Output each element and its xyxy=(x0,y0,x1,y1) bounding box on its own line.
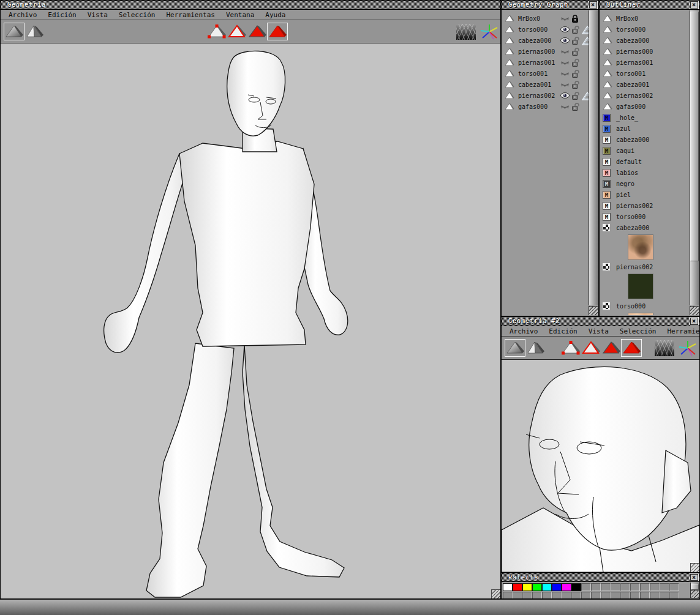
outliner-scrollbar-thumb[interactable] xyxy=(690,12,699,261)
palette-swatch-empty[interactable] xyxy=(620,592,630,599)
visibility-eye-closed-icon[interactable] xyxy=(560,81,570,88)
palette-swatch-empty[interactable] xyxy=(660,583,669,591)
palette-swatch-empty[interactable] xyxy=(630,583,640,591)
geometry-graph-row[interactable]: MrBox0 xyxy=(502,13,589,24)
palette-swatch-empty[interactable] xyxy=(591,583,601,591)
outliner-object-row[interactable]: cabeza000 xyxy=(600,35,690,47)
titlebar-geometry-graph[interactable]: Geometry Graph × xyxy=(502,1,598,10)
titlebar-outliner[interactable]: Outliner × xyxy=(600,1,699,10)
vertex-mode-pyramid-button[interactable] xyxy=(561,340,581,356)
palette-swatch-empty[interactable] xyxy=(660,592,669,599)
geometry-graph-row[interactable]: cabeza001 xyxy=(502,80,589,91)
palette-swatch-empty[interactable] xyxy=(532,592,542,599)
menu-edicin[interactable]: Edición xyxy=(543,327,582,336)
palette-swatch-empty[interactable] xyxy=(591,592,601,599)
palette-swatch-empty[interactable] xyxy=(620,583,630,591)
menu-vista[interactable]: Vista xyxy=(583,327,614,336)
menu-archivo[interactable]: Archivo xyxy=(3,10,42,20)
outliner-material-row[interactable]: Mtorso000 xyxy=(600,212,690,223)
outliner-material-row[interactable]: Mpiernas002 xyxy=(600,201,690,212)
axes-cross-button[interactable] xyxy=(677,340,697,356)
palette-swatch-color[interactable] xyxy=(522,583,532,591)
wireframe-model-body[interactable] xyxy=(1,43,500,598)
palette-swatch-empty[interactable] xyxy=(562,592,571,599)
outliner-material-row[interactable]: Mazul xyxy=(600,124,690,135)
palette-swatch-empty[interactable] xyxy=(640,583,650,591)
outliner-material-row[interactable]: Mlabios xyxy=(600,168,690,179)
outliner-material-row[interactable]: Mpiel xyxy=(600,190,690,201)
outliner-texture-row[interactable]: torso000 xyxy=(600,301,690,312)
menu-ventana[interactable]: Ventana xyxy=(220,10,260,20)
viewport-geometria[interactable] xyxy=(1,43,500,598)
menu-herramientas[interactable]: Herramientas xyxy=(160,10,220,20)
menu-seleccin[interactable]: Selección xyxy=(614,327,662,336)
palette-swatch-empty[interactable] xyxy=(650,583,660,591)
outliner-material-row[interactable]: Mcabeza000 xyxy=(600,135,690,146)
geometry-graph-resize-grip[interactable] xyxy=(589,306,598,315)
flat-shaded-pyramid-button[interactable] xyxy=(25,23,45,40)
palette-scrollbar-thumb[interactable] xyxy=(691,584,699,590)
palette-swatch-empty[interactable] xyxy=(611,583,620,591)
geometry-graph-scrollbar[interactable] xyxy=(589,10,598,305)
lock-unlocked-icon[interactable] xyxy=(571,92,580,100)
outliner-texture-row[interactable]: cabeza000 xyxy=(600,223,690,234)
palette-swatch-empty[interactable] xyxy=(601,592,611,599)
palette-swatch-color[interactable] xyxy=(503,583,513,591)
outliner-object-row[interactable]: piernas001 xyxy=(600,58,690,69)
titlebar-palette[interactable]: Palette × xyxy=(502,573,699,582)
face-mode-pyramid-button[interactable] xyxy=(247,23,267,40)
lock-unlocked-icon[interactable] xyxy=(571,26,580,34)
menu-herramientas[interactable]: Herramientas xyxy=(661,327,699,336)
close-icon[interactable]: × xyxy=(589,1,597,9)
geometry-graph-row[interactable]: gafas000 xyxy=(502,102,589,113)
outliner-object-row[interactable]: torso001 xyxy=(600,69,690,80)
outliner-object-row[interactable]: piernas002 xyxy=(600,91,690,102)
lock-unlocked-icon[interactable] xyxy=(571,70,580,78)
wireframe-model-head[interactable] xyxy=(502,360,699,572)
geometry-graph-row[interactable]: piernas001 xyxy=(502,58,589,69)
palette-swatch-color[interactable] xyxy=(552,583,562,591)
outliner-material-row[interactable]: Mcaqui xyxy=(600,146,690,157)
outliner-material-row[interactable]: Mdefault xyxy=(600,157,690,168)
palette-swatch-empty[interactable] xyxy=(571,592,581,599)
outliner-scrollbar[interactable] xyxy=(690,10,699,305)
titlebar-geometria-2[interactable]: Geometria #2 × xyxy=(502,317,699,326)
wireframe-toggle-icon[interactable] xyxy=(582,92,589,100)
texture-thumbnail-torso000[interactable] xyxy=(628,313,653,315)
palette-swatch-empty[interactable] xyxy=(513,592,522,599)
visibility-eye-open-icon[interactable] xyxy=(560,37,570,43)
palette-swatch-empty[interactable] xyxy=(669,583,679,591)
outliner-object-row[interactable]: torso000 xyxy=(600,24,690,35)
palette-swatch-empty[interactable] xyxy=(650,592,660,599)
palette-swatch-empty[interactable] xyxy=(522,592,532,599)
outliner-object-row[interactable]: gafas000 xyxy=(600,102,690,113)
close-icon[interactable]: × xyxy=(690,574,698,581)
lock-unlocked-icon[interactable] xyxy=(571,81,580,89)
visibility-eye-closed-icon[interactable] xyxy=(560,70,570,76)
palette-swatch-color[interactable] xyxy=(513,583,522,591)
geometry-graph-row[interactable]: torso000 xyxy=(502,24,589,35)
menu-seleccin[interactable]: Selección xyxy=(113,10,161,20)
palette-swatch-color[interactable] xyxy=(542,583,552,591)
outliner-material-row[interactable]: Mnegro xyxy=(600,179,690,190)
palette-resize-grip[interactable] xyxy=(690,590,699,598)
body-mode-pyramid-button[interactable] xyxy=(268,23,287,40)
palette-swatch-empty[interactable] xyxy=(542,592,552,599)
ground-plane-grid-button[interactable] xyxy=(655,340,674,356)
viewport2-resize-grip[interactable] xyxy=(690,563,699,572)
wireframe-toggle-icon[interactable] xyxy=(582,26,589,34)
ground-plane-grid-button[interactable] xyxy=(456,23,476,40)
palette-swatch-color[interactable] xyxy=(571,583,581,591)
vertex-mode-pyramid-button[interactable] xyxy=(207,23,227,40)
palette-swatch-empty[interactable] xyxy=(630,592,640,599)
lock-locked-icon[interactable] xyxy=(571,15,579,23)
texture-thumbnail-piernas002[interactable] xyxy=(628,274,653,299)
close-icon[interactable]: × xyxy=(690,1,698,9)
smooth-shaded-pyramid-button[interactable] xyxy=(4,23,24,40)
edge-mode-pyramid-button[interactable] xyxy=(581,340,601,356)
visibility-eye-open-icon[interactable] xyxy=(560,92,570,99)
palette-swatch-empty[interactable] xyxy=(581,592,591,599)
outliner-material-row[interactable]: M_hole_ xyxy=(600,113,690,124)
flat-shaded-pyramid-button[interactable] xyxy=(526,340,546,356)
close-icon[interactable]: × xyxy=(690,318,698,325)
